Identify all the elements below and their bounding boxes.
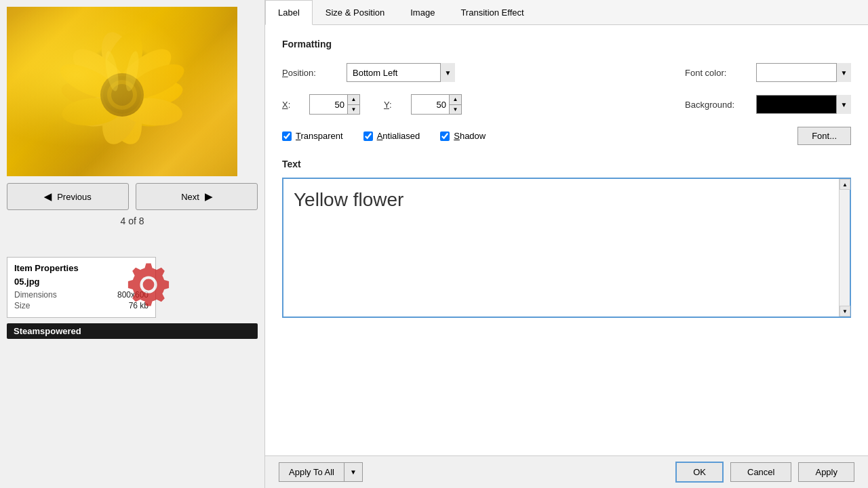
page-counter: 4 of 8 xyxy=(7,216,258,226)
position-label: Position: xyxy=(282,68,336,78)
svg-point-5 xyxy=(113,76,184,115)
background-color-wrapper: ▼ xyxy=(756,95,851,114)
tabs-container: Label Size & Position Image Transition E… xyxy=(265,0,868,25)
previous-button[interactable]: ◀ Previous xyxy=(7,183,129,210)
svg-point-0 xyxy=(94,27,151,108)
tab-label[interactable]: Label xyxy=(265,0,313,25)
panel-content: Formatting Position: Bottom Left Bottom … xyxy=(265,25,868,455)
gear-icon xyxy=(125,261,172,308)
font-color-label: Font color: xyxy=(685,68,746,78)
antialiased-checkbox-item: Antialiased xyxy=(363,131,420,141)
svg-point-19 xyxy=(123,50,141,92)
apply-to-all-button[interactable]: Apply To All xyxy=(279,462,344,482)
shadow-label: Shadow xyxy=(454,131,486,141)
position-row: Position: Bottom Left Bottom Right Top L… xyxy=(282,63,851,82)
svg-point-16 xyxy=(107,80,137,110)
y-spinner-buttons: ▲ ▼ xyxy=(449,95,461,114)
dimensions-label: Dimensions xyxy=(14,290,57,300)
svg-point-17 xyxy=(111,84,133,106)
steampowered-badge: Steamspowered xyxy=(7,323,258,339)
svg-point-7 xyxy=(100,83,171,134)
shadow-checkbox-item: Shadow xyxy=(440,131,486,141)
transparent-checkbox[interactable] xyxy=(282,131,292,141)
formatting-section-title: Formatting xyxy=(282,39,851,49)
background-color-dropdown-icon[interactable]: ▼ xyxy=(836,95,851,114)
x-label: X: xyxy=(282,100,299,110)
tab-size-position[interactable]: Size & Position xyxy=(313,0,397,24)
scroll-up-button[interactable]: ▲ xyxy=(840,179,850,190)
text-scrollbar[interactable]: ▲ ▼ xyxy=(839,179,850,317)
svg-point-18 xyxy=(103,50,121,92)
font-color-wrapper: ▼ xyxy=(756,63,851,82)
font-button[interactable]: Font... xyxy=(797,127,851,145)
left-panel: ◀ Previous Next ▶ 4 of 8 Item Properties… xyxy=(0,0,264,488)
svg-point-15 xyxy=(103,76,141,114)
nav-buttons: ◀ Previous Next ▶ xyxy=(7,183,258,210)
cancel-button[interactable]: Cancel xyxy=(730,462,791,482)
next-button[interactable]: Next ▶ xyxy=(136,183,258,210)
x-spinner: 50 ▲ ▼ xyxy=(309,94,360,115)
text-input[interactable]: Yellow flower xyxy=(283,179,839,314)
transparent-label: Transparent xyxy=(296,131,343,141)
x-input[interactable]: 50 xyxy=(310,95,347,114)
apply-to-all-wrapper: Apply To All ▼ xyxy=(279,462,363,482)
svg-point-3 xyxy=(106,41,179,109)
svg-rect-20 xyxy=(7,7,237,176)
svg-point-13 xyxy=(121,96,183,128)
y-label: Y: xyxy=(384,100,401,110)
antialiased-checkbox[interactable] xyxy=(363,131,373,141)
next-arrow-icon: ▶ xyxy=(205,191,212,202)
ok-button[interactable]: OK xyxy=(675,462,724,483)
tab-transition-effect[interactable]: Transition Effect xyxy=(448,0,536,24)
svg-point-22 xyxy=(143,279,155,291)
transparent-checkbox-item: Transparent xyxy=(282,131,343,141)
previous-label: Previous xyxy=(57,192,92,202)
y-input[interactable]: 50 xyxy=(412,95,449,114)
position-select[interactable]: Bottom Left Bottom Right Top Left Top Ri… xyxy=(347,63,455,82)
xy-row: X: 50 ▲ ▼ Y: 50 ▲ ▼ xyxy=(282,94,851,115)
x-decrement-button[interactable]: ▼ xyxy=(347,105,359,115)
checkboxes-row: Transparent Antialiased Shadow Font.. xyxy=(282,127,851,145)
background-label: Background: xyxy=(685,100,746,110)
text-area-wrapper: Yellow flower ▲ ▼ xyxy=(282,178,851,318)
svg-point-10 xyxy=(56,58,121,106)
apply-to-all-dropdown-button[interactable]: ▼ xyxy=(344,462,363,482)
prev-arrow-icon: ◀ xyxy=(44,191,52,202)
right-panel: Label Size & Position Image Transition E… xyxy=(264,0,868,488)
svg-point-9 xyxy=(94,74,149,149)
svg-point-12 xyxy=(60,96,122,128)
size-label: Size xyxy=(14,301,30,310)
x-spinner-buttons: ▲ ▼ xyxy=(347,95,359,114)
item-properties-card: Item Properties 05.jpg Dimensions 800x60… xyxy=(7,257,156,318)
image-preview xyxy=(7,7,237,176)
svg-point-2 xyxy=(65,41,138,109)
text-section-title: Text xyxy=(282,159,851,169)
tab-image[interactable]: Image xyxy=(397,0,448,24)
shadow-checkbox[interactable] xyxy=(440,131,450,141)
svg-point-14 xyxy=(100,73,144,117)
next-label: Next xyxy=(181,192,199,202)
bottom-bar: Apply To All ▼ OK Cancel Apply xyxy=(265,455,868,488)
svg-point-11 xyxy=(123,58,189,106)
svg-point-6 xyxy=(73,83,144,134)
scroll-track xyxy=(840,190,850,306)
apply-button[interactable]: Apply xyxy=(798,462,854,482)
position-select-wrapper: Bottom Left Bottom Right Top Left Top Ri… xyxy=(347,63,455,82)
y-increment-button[interactable]: ▲ xyxy=(449,95,461,105)
y-spinner: 50 ▲ ▼ xyxy=(411,94,462,115)
antialiased-label: Antialiased xyxy=(377,131,420,141)
font-color-dropdown-icon[interactable]: ▼ xyxy=(836,63,851,82)
y-decrement-button[interactable]: ▼ xyxy=(449,105,461,115)
svg-point-1 xyxy=(94,27,151,108)
svg-point-8 xyxy=(94,74,149,149)
x-increment-button[interactable]: ▲ xyxy=(347,95,359,105)
svg-point-4 xyxy=(59,76,130,115)
scroll-down-button[interactable]: ▼ xyxy=(840,306,850,317)
